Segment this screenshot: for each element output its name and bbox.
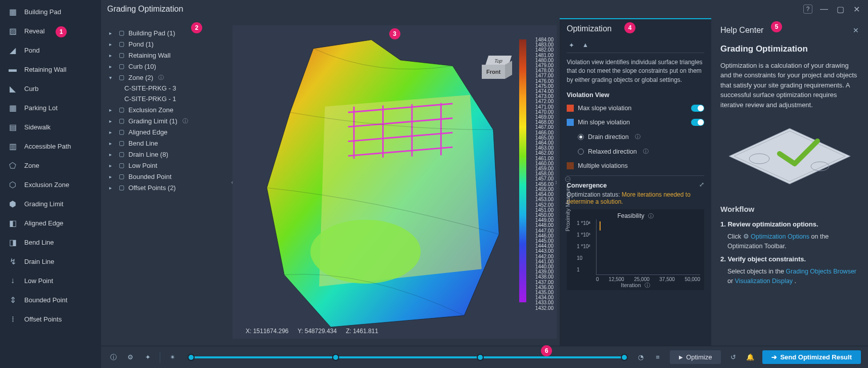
badge-4: 4 [624,22,635,33]
tool-exclusion-zone[interactable]: ⬡Exclusion Zone [0,175,101,194]
tree-item-icon: ▢ [117,117,125,125]
tree-item[interactable]: ▸▢Offset Points (2) [108,182,230,193]
tree-item[interactable]: ▸▢Exclusion Zone [108,104,230,115]
tree-item[interactable]: ▸▢Curb (10) [108,61,230,72]
caret-icon[interactable]: ▾ [109,75,114,80]
info-icon[interactable]: ⓘ [182,117,188,125]
tool-bounded-point[interactable]: ⇕Bounded Point [0,290,101,309]
violation-view-tab-icon[interactable]: ✦ [567,40,576,50]
tool-zone[interactable]: ⬠Zone [0,156,101,175]
viewcube-side[interactable] [505,61,512,79]
caret-icon[interactable]: ▸ [109,30,114,36]
min-slope-toggle[interactable] [691,119,704,126]
caret-icon[interactable]: ▸ [109,163,114,168]
tree-item[interactable]: ▸▢Bend Line [108,137,230,149]
tool-bend-line[interactable]: ◨Bend Line [0,233,101,252]
optimize-button[interactable]: ▶Optimize [670,350,721,364]
status-label: Optimization status: [567,191,620,198]
caret-icon[interactable]: ▸ [109,129,114,135]
help-button[interactable]: ? [802,4,813,15]
gear-icon[interactable]: ⚙ [125,352,135,362]
viewcube-front[interactable]: Front [482,65,505,79]
optimization-options-icon[interactable]: ≡ [653,352,663,362]
help-illustration [720,116,859,197]
coord-x: X: 1511674.296 [246,328,289,335]
send-optimized-result-button[interactable]: ➔Send Optimized Result [762,350,861,364]
convergence-section: Convergence ⤢ Optimization status: More … [567,175,704,290]
minimize-button[interactable]: — [818,4,830,15]
caret-icon[interactable]: ▸ [109,152,114,157]
tree-item[interactable]: ▸▢Aligned Edge [108,126,230,137]
speed-icon[interactable]: ◔ [635,352,646,362]
tree-item[interactable]: ▾▢Zone (2)ⓘ [108,72,230,83]
relaxed-direction-radio[interactable] [578,149,584,155]
badge-6: 6 [541,345,552,356]
tree-item[interactable]: ▸▢Retaining Wall [108,50,230,61]
caret-icon[interactable]: ▸ [109,174,114,179]
info-icon[interactable]: ⓘ [635,133,641,141]
tool-low-point[interactable]: ↓Low Point [0,271,101,290]
caret-icon[interactable]: ▸ [109,41,114,47]
tool-sidewalk[interactable]: ▤Sidewalk [0,117,101,136]
max-slope-toggle[interactable] [691,105,704,112]
slider-handle-4[interactable] [621,354,628,361]
info-icon[interactable]: ⓘ [108,352,118,362]
convergence-title: Convergence [567,182,607,189]
info-icon[interactable]: ⓘ [643,148,649,155]
tree-item[interactable]: ▸▢Grading Limit (1)ⓘ [108,115,230,126]
tree-item[interactable]: ▸▢Building Pad (1) [108,27,230,38]
tool-reveal[interactable]: ▨Reveal [0,21,101,40]
caret-icon[interactable]: ▸ [109,107,114,113]
grading-objects-browser-link[interactable]: Grading Objects Browser [786,268,856,275]
violation-view-label: Violation View [567,91,704,99]
notifications-icon[interactable]: 🔔 [745,352,755,362]
caret-icon[interactable]: ▸ [109,118,114,124]
tree-item[interactable]: ▸▢Low Point [108,160,230,171]
close-button[interactable]: ✕ [851,4,862,15]
undo-icon[interactable]: ↺ [728,352,738,362]
badge-1: 1 [56,26,67,37]
caret-icon[interactable]: ▸ [109,185,114,191]
tree-child-item[interactable]: C-SITE-PRKG - 3 [108,83,230,94]
tree-item-icon: ▢ [117,62,125,70]
tree-item[interactable]: ▸▢Drain Line (8) [108,149,230,160]
tool-aligned-edge[interactable]: ◧Aligned Edge [0,213,101,233]
tool-curb[interactable]: ◣Curb [0,79,101,98]
badge-3: 3 [389,28,400,39]
slider-handle-2[interactable] [332,354,339,361]
tool-offset-points[interactable]: ⁞Offset Points [0,309,101,329]
tree-item[interactable]: ▸▢Bounded Point [108,171,230,182]
tree-item-icon: ▢ [117,183,125,192]
viewcube[interactable]: Top Front [482,56,512,84]
expand-viewport-handle[interactable]: › [555,178,557,186]
tool-grading-limit[interactable]: ⬢Grading Limit [0,194,101,213]
info-icon[interactable]: ⓘ [648,213,654,219]
elevation-label: 1453.00 [535,197,554,202]
slider-handle-3[interactable] [477,354,484,361]
tree-item[interactable]: ▸▢Pond (1) [108,38,230,50]
slider-handle-1[interactable] [188,354,195,361]
stage-start-icon[interactable]: ✴ [167,352,177,362]
info-icon[interactable]: ⓘ [158,74,164,81]
tool-drain-line[interactable]: ↯Drain Line [0,252,101,271]
tool-building-pad[interactable]: ▦Building Pad [0,2,101,21]
drain-direction-radio[interactable] [578,134,584,140]
tree-item-icon: ▢ [117,128,125,136]
help-close-button[interactable]: ✕ [853,25,859,36]
visualization-display-link[interactable]: Visualization Display [735,278,793,285]
optimization-options-link[interactable]: Optimization Options [751,233,809,240]
caret-icon[interactable]: ▸ [109,64,114,69]
visualization-display[interactable]: 3 [233,25,557,339]
tool-parking-lot[interactable]: ▦Parking Lot [0,98,101,117]
tree-child-item[interactable]: C-SITE-PRKG - 1 [108,94,230,104]
tool-retaining-wall[interactable]: ▬Retaining Wall [0,60,101,79]
tool-pond[interactable]: ◢Pond [0,40,101,60]
caret-icon[interactable]: ▸ [109,141,114,146]
progress-slider[interactable] [188,356,625,358]
other-view-tab-icon[interactable]: ▲ [581,40,590,50]
expand-icon[interactable]: ⤢ [699,181,704,188]
view-mode-icon[interactable]: ✦ [143,352,153,362]
tool-accessible-path[interactable]: ▥Accessible Path [0,136,101,156]
caret-icon[interactable]: ▸ [109,53,114,58]
maximize-button[interactable]: ▢ [835,4,846,15]
